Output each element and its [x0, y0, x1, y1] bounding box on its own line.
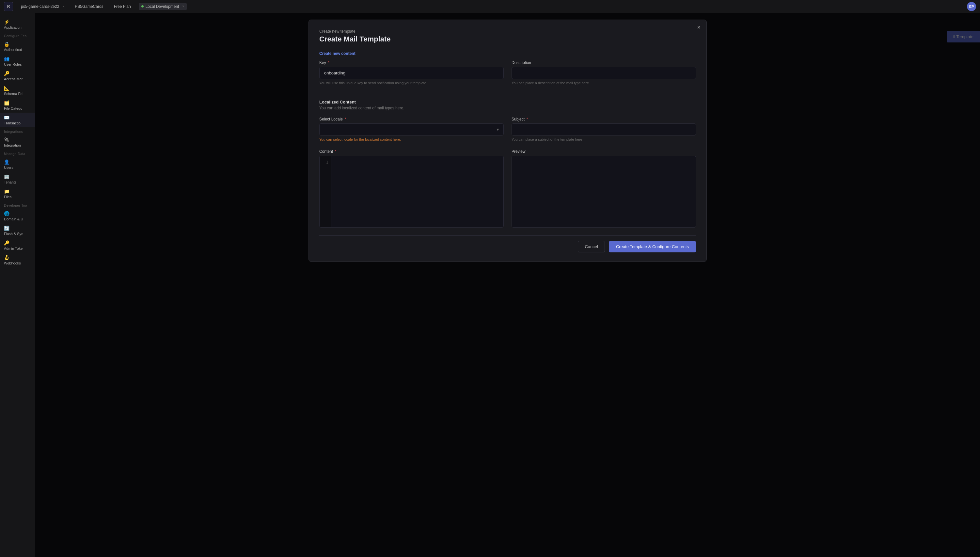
tab-project-label: ps5-game-cards-2e22 — [21, 4, 59, 9]
sidebar-item-files-label: Files — [4, 195, 11, 199]
configure-section-label: Configure Fea — [0, 32, 35, 39]
content-textarea[interactable] — [332, 156, 503, 227]
key-input[interactable] — [319, 67, 504, 79]
content-editor: 1 — [319, 156, 504, 228]
preview-label: Preview — [511, 149, 696, 154]
submit-button[interactable]: Create Template & Configure Contents — [609, 241, 696, 252]
sidebar-item-flush[interactable]: 🔄 Flush & Syn — [0, 223, 35, 238]
access-icon: 🔑 — [4, 71, 10, 76]
sidebar-item-transactional-label: Transactio — [4, 121, 21, 125]
divider-1 — [319, 93, 696, 93]
select-locale-group: Select Locale * ▼ You can select locale … — [319, 117, 504, 142]
schema-icon: 📐 — [4, 86, 10, 91]
select-locale-label: Select Locale * — [319, 117, 504, 121]
subject-input[interactable] — [511, 124, 696, 135]
create-mail-template-modal: × Create new template Create Mail Templa… — [308, 20, 707, 262]
sidebar-item-filecategory-label: File Catego — [4, 106, 22, 110]
localized-content-section: Localized Content You can add localized … — [319, 99, 696, 110]
tab-ps5gamecards[interactable]: PS5GameCards — [72, 3, 106, 10]
key-description-row: Key * You will use this unique key to se… — [319, 60, 696, 85]
subject-group: Subject * You can place a subject of the… — [511, 117, 696, 142]
line-numbers: 1 — [320, 156, 331, 227]
modal-subtitle: Create new template — [319, 29, 696, 34]
sidebar-item-webhooks-label: Webhooks — [4, 261, 21, 265]
modal-footer: Cancel Create Template & Configure Conte… — [319, 235, 696, 252]
localized-desc: You can add localized content of mail ty… — [319, 106, 696, 110]
auth-icon: 🔒 — [4, 41, 10, 47]
sidebar-item-application-label: Application — [4, 26, 21, 29]
files-icon: 📁 — [4, 189, 10, 194]
tab-project[interactable]: ps5-game-cards-2e22 × — [18, 3, 67, 10]
subject-label: Subject * — [511, 117, 696, 121]
sidebar-item-userroles[interactable]: 👥 User Roles — [0, 54, 35, 68]
user-avatar[interactable]: EP — [967, 2, 976, 11]
close-icon[interactable]: × — [62, 5, 64, 8]
sidebar-item-access-label: Access Mar — [4, 77, 23, 81]
sidebar-item-tenants-label: Tenants — [4, 180, 17, 184]
sidebar-item-access[interactable]: 🔑 Access Mar — [0, 68, 35, 83]
tab-freeplan[interactable]: Free Plan — [111, 3, 133, 10]
domain-icon: 🌐 — [4, 211, 10, 216]
tenants-icon: 🏢 — [4, 174, 10, 179]
sidebar-item-filecategory[interactable]: 🗂️ File Catego — [0, 98, 35, 112]
topbar: R ps5-game-cards-2e22 × PS5GameCards Fre… — [0, 0, 980, 13]
sidebar-item-users-label: Users — [4, 166, 13, 169]
locale-hint: You can select locale for the localized … — [319, 137, 504, 142]
locale-subject-row: Select Locale * ▼ You can select locale … — [319, 117, 696, 142]
preview-box — [511, 156, 696, 228]
sidebar-item-tenants[interactable]: 🏢 Tenants — [0, 172, 35, 186]
content-group: Content * 1 — [319, 149, 504, 228]
sidebar-item-users[interactable]: 👤 Users — [0, 157, 35, 172]
sidebar-item-schema-label: Schema Ed — [4, 92, 23, 96]
sidebar-item-integrations-label: Integration — [4, 143, 21, 147]
webhooks-icon: 🪝 — [4, 255, 10, 260]
close-tab-icon[interactable]: × — [182, 5, 184, 8]
sidebar-item-flush-label: Flush & Syn — [4, 232, 23, 236]
main-layout: ⚡ Application Configure Fea 🔒 Authentica… — [0, 13, 980, 557]
sidebar: ⚡ Application Configure Fea 🔒 Authentica… — [0, 13, 35, 557]
sidebar-item-domain[interactable]: 🌐 Domain & U — [0, 208, 35, 223]
sidebar-item-domain-label: Domain & U — [4, 217, 23, 221]
locale-select-wrapper: ▼ — [319, 124, 504, 135]
modal-title: Create Mail Template — [319, 35, 696, 44]
sidebar-item-auth[interactable]: 🔒 Authenticat — [0, 39, 35, 54]
admintoken-icon: 🔑 — [4, 240, 10, 246]
sidebar-item-files[interactable]: 📁 Files — [0, 186, 35, 201]
transactional-icon: ✉️ — [4, 115, 10, 120]
modal-close-button[interactable]: × — [697, 24, 700, 30]
application-icon: ⚡ — [4, 19, 10, 24]
content-label: Content * — [319, 149, 504, 154]
app-logo: R — [4, 2, 13, 11]
key-hint: You will use this unique key to send not… — [319, 81, 504, 85]
sidebar-item-userroles-label: User Roles — [4, 62, 21, 66]
sidebar-item-transactional[interactable]: ✉️ Transactio — [0, 112, 35, 127]
content-area: il Template × Create new template Create… — [35, 13, 980, 557]
content-preview-row: Content * 1 Preview — [319, 149, 696, 228]
description-input[interactable] — [511, 67, 696, 79]
sidebar-item-schema[interactable]: 📐 Schema Ed — [0, 83, 35, 98]
active-dot-icon — [142, 5, 144, 8]
tab-ps5gamecards-label: PS5GameCards — [75, 4, 103, 9]
users-icon: 👤 — [4, 159, 10, 164]
description-label: Description — [511, 60, 696, 65]
flush-icon: 🔄 — [4, 226, 10, 231]
description-group: Description You can place a description … — [511, 60, 696, 85]
key-label: Key * — [319, 60, 504, 65]
subject-hint: You can place a subject of the template … — [511, 137, 696, 142]
tab-local-dev[interactable]: Local Development × — [139, 3, 187, 10]
sidebar-item-admintoken[interactable]: 🔑 Admin Toke — [0, 238, 35, 253]
filecategory-icon: 🗂️ — [4, 100, 10, 106]
tab-local-dev-label: Local Development — [146, 4, 179, 9]
locale-select[interactable] — [319, 124, 504, 135]
cancel-button[interactable]: Cancel — [578, 241, 605, 252]
modal-overlay: × Create new template Create Mail Templa… — [35, 13, 980, 557]
sidebar-item-integrations[interactable]: 🔌 Integration — [0, 135, 35, 150]
manage-section-label: Manage Data — [0, 150, 35, 157]
sidebar-item-auth-label: Authenticat — [4, 48, 22, 52]
create-new-content-label: Create new content — [319, 51, 696, 56]
description-hint: You can place a description of the mail … — [511, 81, 696, 85]
tab-freeplan-label: Free Plan — [114, 4, 131, 9]
sidebar-item-webhooks[interactable]: 🪝 Webhooks — [0, 253, 35, 267]
sidebar-item-application[interactable]: ⚡ Application — [0, 17, 35, 32]
userroles-icon: 👥 — [4, 56, 10, 61]
